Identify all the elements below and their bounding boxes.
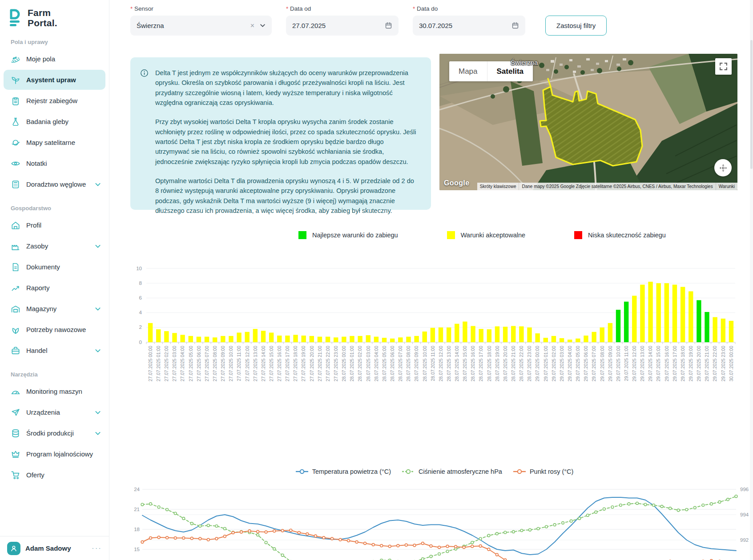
date-to-field: Data do 30.07.2025 (413, 5, 525, 36)
sidebar-item-moje-pola[interactable]: Moje pola (4, 49, 105, 69)
delta-t-legend: Najlepsze warunki do zabieguWarunki akce… (130, 231, 738, 239)
svg-text:28.07.2025 21:00: 28.07.2025 21:00 (511, 346, 516, 381)
delta-t-bar (664, 283, 669, 342)
svg-text:29.07.2025 15:00: 29.07.2025 15:00 (656, 346, 661, 381)
chevron-down-icon[interactable] (95, 348, 101, 354)
sidebar-item-mapy-satelitarne[interactable]: Mapy satelitarne (4, 132, 105, 152)
svg-text:21: 21 (134, 507, 140, 512)
sidebar-item-środki-produkcji[interactable]: Środki produkcji (4, 423, 105, 443)
calendar-icon[interactable] (385, 22, 392, 29)
weather-chart-legend: Temperatura powietrza (°C)Ciśnienie atmo… (130, 468, 738, 475)
sidebar-item-notatki[interactable]: Notatki (4, 153, 105, 173)
svg-text:29.07.2025 12:00: 29.07.2025 12:00 (632, 346, 637, 381)
apply-filters-button[interactable]: Zastosuj filtry (545, 16, 607, 36)
date-from-input[interactable]: 27.07.2025 (286, 16, 399, 36)
weather-line-chart: 24211815996994992 (129, 484, 752, 560)
sidebar-item-magazyny[interactable]: Magazyny (4, 299, 105, 319)
page-scrollbar[interactable] (750, 0, 753, 560)
legend-item: Niska skuteczność zabiegu (574, 231, 666, 239)
delta-t-bar (439, 328, 443, 342)
delta-t-bar (213, 337, 217, 342)
delta-t-bar (463, 322, 467, 342)
delta-t-bar (269, 332, 274, 342)
series-marker-icon (402, 469, 415, 474)
terms-link[interactable]: Warunki (716, 183, 737, 190)
svg-text:28.07.2025 01:00: 28.07.2025 01:00 (350, 346, 354, 381)
svg-text:29.07.2025 19:00: 29.07.2025 19:00 (689, 346, 693, 381)
delta-t-bar (527, 328, 532, 342)
delta-t-bar (535, 333, 540, 342)
legend-item[interactable]: Temperatura powietrza (°C) (295, 468, 391, 475)
sidebar-item-handel[interactable]: Handel (4, 340, 105, 360)
legend-label: Ciśnienie atmosferyczne hPa (419, 468, 502, 475)
sidebar-item-program-lojalnościowy[interactable]: Program lojalnościowy (4, 444, 105, 464)
legend-item[interactable]: Ciśnienie atmosferyczne hPa (402, 468, 502, 475)
svg-text:27.07.2025 17:00: 27.07.2025 17:00 (285, 346, 290, 381)
sidebar-item-doradztwo-węglowe[interactable]: Doradztwo węglowe (4, 174, 105, 194)
chevron-down-icon[interactable] (95, 181, 101, 188)
legend-label: Punkt rosy (°C) (530, 468, 573, 475)
date-to-input[interactable]: 30.07.2025 (413, 16, 525, 36)
legend-item[interactable]: Punkt rosy (°C) (513, 468, 573, 475)
sidebar-item-zasoby[interactable]: Zasoby (4, 236, 105, 256)
more-options-icon[interactable]: ··· (92, 544, 102, 553)
sidebar-item-label: Moje pola (26, 55, 55, 63)
delta-t-bar (431, 328, 435, 342)
chevron-down-icon[interactable] (260, 23, 266, 28)
sidebar-item-asystent-upraw[interactable]: Asystent upraw (4, 70, 105, 90)
chevron-down-icon[interactable] (95, 409, 101, 416)
svg-text:29.07.2025 07:00: 29.07.2025 07:00 (592, 346, 596, 381)
svg-text:27.07.2025 07:00: 27.07.2025 07:00 (205, 346, 209, 381)
sidebar-item-potrzeby-nawozowe[interactable]: Potrzeby nawozowe (4, 320, 105, 340)
fullscreen-button[interactable] (715, 58, 732, 75)
svg-text:24: 24 (134, 487, 140, 492)
svg-text:27.07.2025 03:00: 27.07.2025 03:00 (172, 346, 177, 381)
calendar-icon[interactable] (511, 22, 519, 29)
sidebar-item-dokumenty[interactable]: Dokumenty (4, 257, 105, 277)
series-marker-icon (513, 469, 526, 474)
user-row[interactable]: Adam Sadowy ··· (0, 536, 109, 560)
person-icon (10, 544, 18, 552)
date-from-label: Data od (286, 5, 399, 12)
sensor-select[interactable]: Świerzna × (130, 16, 272, 36)
svg-text:10: 10 (136, 266, 142, 271)
delta-t-bar (164, 331, 169, 342)
wheat-icon (11, 54, 20, 64)
svg-text:6: 6 (139, 295, 142, 300)
document-icon (11, 262, 20, 272)
svg-text:2: 2 (139, 324, 142, 330)
svg-text:4: 4 (139, 310, 142, 315)
clear-icon[interactable]: × (250, 22, 254, 30)
svg-text:28.07.2025 22:00: 28.07.2025 22:00 (519, 346, 524, 381)
sidebar-item-oferty[interactable]: Oferty (4, 465, 105, 485)
delta-t-bar (326, 337, 330, 342)
sidebar-item-raporty[interactable]: Raporty (4, 278, 105, 298)
delta-t-bar (672, 285, 677, 342)
brand-logo[interactable]: Farm Portal. (9, 8, 109, 28)
chevron-down-icon[interactable] (95, 430, 101, 436)
legend-label: Warunki akceptowalne (461, 232, 525, 239)
delta-t-bar (245, 332, 250, 342)
svg-text:27.07.2025 19:00: 27.07.2025 19:00 (301, 346, 306, 381)
delta-t-bar (640, 285, 644, 342)
map-tab-mapa[interactable]: Mapa (449, 61, 487, 81)
svg-text:27.07.2025 05:00: 27.07.2025 05:00 (189, 346, 193, 381)
satellite-map[interactable]: Mapa Satelita Świerzna Google Skróty kla… (439, 54, 737, 190)
legend-item: Warunki akceptowalne (447, 231, 525, 239)
sidebar-item-rejestr-zabiegów[interactable]: Rejestr zabiegów (4, 91, 105, 111)
fullscreen-icon (719, 62, 728, 71)
sidebar-item-monitoring-maszyn[interactable]: Monitoring maszyn (4, 381, 105, 401)
keyboard-shortcuts-link[interactable]: Skróty klawiszowe (477, 183, 519, 190)
sidebar-item-profil[interactable]: Profil (4, 215, 105, 235)
chevron-down-icon[interactable] (95, 306, 101, 312)
svg-text:996: 996 (740, 487, 749, 492)
sidebar-item-label: Monitoring maszyn (26, 388, 82, 395)
brand-name-line2: Portal. (28, 18, 57, 28)
scrollbar-thumb[interactable] (750, 40, 753, 169)
sidebar-item-badania-gleby[interactable]: Badania gleby (4, 112, 105, 132)
svg-text:28.07.2025 10:00: 28.07.2025 10:00 (423, 346, 427, 381)
sidebar-section-label: Pola i uprawy (11, 39, 109, 45)
pan-control-button[interactable] (714, 159, 732, 176)
chevron-down-icon[interactable] (95, 243, 101, 249)
sidebar-item-urządzenia[interactable]: Urządzenia (4, 402, 105, 422)
